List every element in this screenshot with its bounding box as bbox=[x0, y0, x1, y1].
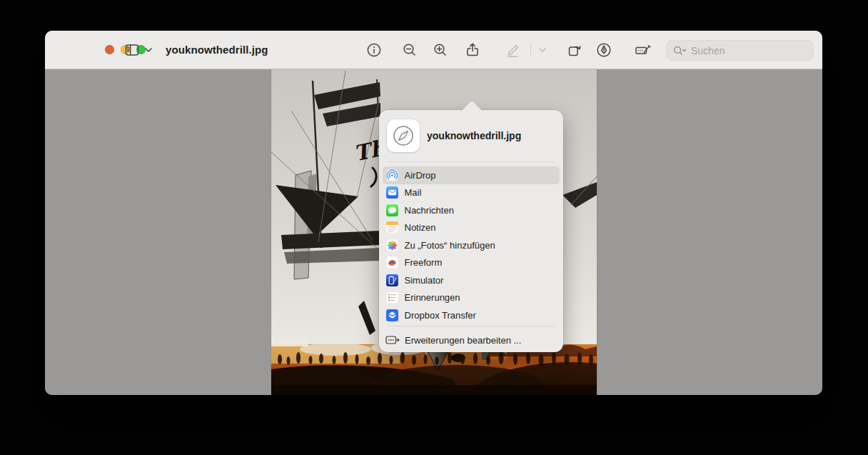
share-menu-item-edit-extensions[interactable]: Erweiterungen bearbeiten ... bbox=[379, 330, 563, 350]
zoom-out-icon bbox=[401, 41, 418, 59]
photos-icon bbox=[386, 239, 398, 251]
info-icon bbox=[365, 41, 383, 59]
freeform-icon bbox=[386, 256, 398, 269]
chevron-down-icon bbox=[144, 47, 153, 53]
markup-button[interactable] bbox=[500, 38, 525, 62]
share-menu-item-label: Zu „Fotos“ hinzufügen bbox=[405, 240, 495, 251]
close-button[interactable] bbox=[105, 45, 114, 54]
zoom-out-button[interactable] bbox=[398, 38, 422, 62]
search-icon bbox=[672, 45, 687, 56]
pen-tool-button[interactable] bbox=[592, 38, 616, 62]
popover-divider bbox=[388, 161, 555, 162]
share-menu-list: AirDropMailNachrichtenNotizenZu „Fotos“ … bbox=[379, 166, 563, 324]
messages-icon bbox=[386, 204, 398, 216]
share-menu-item-zu-fotos-hinzuf-gen[interactable]: Zu „Fotos“ hinzufügen bbox=[383, 236, 560, 254]
chevron-down-icon bbox=[538, 47, 547, 53]
toolbar-separator bbox=[530, 44, 531, 57]
file-thumbnail bbox=[387, 119, 420, 152]
share-menu-item-label: Erweiterungen bearbeiten ... bbox=[405, 335, 521, 346]
share-menu-item-label: Notizen bbox=[405, 222, 436, 233]
markup-options-button[interactable] bbox=[534, 38, 551, 62]
pen-nib-circle-icon bbox=[595, 41, 612, 59]
simulator-icon bbox=[386, 274, 398, 286]
mail-icon bbox=[386, 186, 398, 199]
share-menu-item-freeform[interactable]: Freeform bbox=[383, 254, 560, 272]
share-icon bbox=[464, 41, 481, 59]
sidebar-icon bbox=[123, 41, 141, 59]
share-popover: youknowthedrill.jpg AirDropMailNachricht… bbox=[379, 110, 563, 352]
screen: youknowthedrill.jpg bbox=[0, 0, 868, 455]
share-menu-item-label: Nachrichten bbox=[405, 205, 454, 216]
share-menu-item-label: AirDrop bbox=[405, 170, 436, 181]
signature-icon bbox=[634, 41, 652, 59]
sidebar-chevron-button[interactable] bbox=[140, 38, 157, 62]
share-popover-header: youknowthedrill.jpg bbox=[379, 110, 563, 161]
rotate-icon bbox=[566, 41, 583, 59]
share-menu-item-mail[interactable]: Mail bbox=[383, 184, 560, 202]
zoom-in-button[interactable] bbox=[428, 38, 453, 62]
share-menu-item-notizen[interactable]: Notizen bbox=[383, 219, 560, 237]
signature-button[interactable] bbox=[631, 38, 655, 62]
share-menu-item-dropbox-transfer[interactable]: Dropbox Transfer bbox=[383, 306, 560, 324]
compass-icon bbox=[387, 119, 420, 152]
titlebar: youknowthedrill.jpg bbox=[45, 31, 822, 69]
info-button[interactable] bbox=[362, 38, 386, 62]
window-title: youknowthedrill.jpg bbox=[166, 31, 268, 69]
share-file-name: youknowthedrill.jpg bbox=[427, 130, 521, 141]
popover-divider bbox=[388, 326, 555, 326]
share-button[interactable] bbox=[460, 38, 485, 62]
dropbox-transfer-icon bbox=[386, 309, 398, 321]
document-area: The bbox=[45, 69, 822, 395]
share-menu-item-nachrichten[interactable]: Nachrichten bbox=[383, 201, 560, 219]
share-menu-item-label: Erinnerungen bbox=[405, 292, 460, 303]
zoom-in-icon bbox=[432, 41, 449, 59]
share-menu-item-label: Mail bbox=[405, 187, 422, 198]
rotate-button[interactable] bbox=[562, 38, 587, 62]
share-menu-item-label: Freeform bbox=[405, 257, 443, 268]
share-menu-item-label: Dropbox Transfer bbox=[405, 310, 476, 321]
search-input[interactable] bbox=[691, 45, 807, 56]
share-menu-item-erinnerungen[interactable]: Erinnerungen bbox=[383, 289, 560, 307]
edit-extensions-icon bbox=[385, 334, 400, 346]
preview-window: youknowthedrill.jpg bbox=[45, 31, 822, 395]
airdrop-icon bbox=[386, 169, 398, 181]
search-field[interactable] bbox=[666, 40, 814, 61]
share-menu-item-label: Simulator bbox=[405, 275, 444, 286]
share-menu-item-simulator[interactable]: Simulator bbox=[383, 271, 560, 289]
markup-pen-icon bbox=[504, 41, 521, 59]
share-menu-item-airdrop[interactable]: AirDrop bbox=[383, 166, 560, 184]
reminders-icon bbox=[386, 291, 398, 304]
notes-icon bbox=[386, 221, 398, 234]
